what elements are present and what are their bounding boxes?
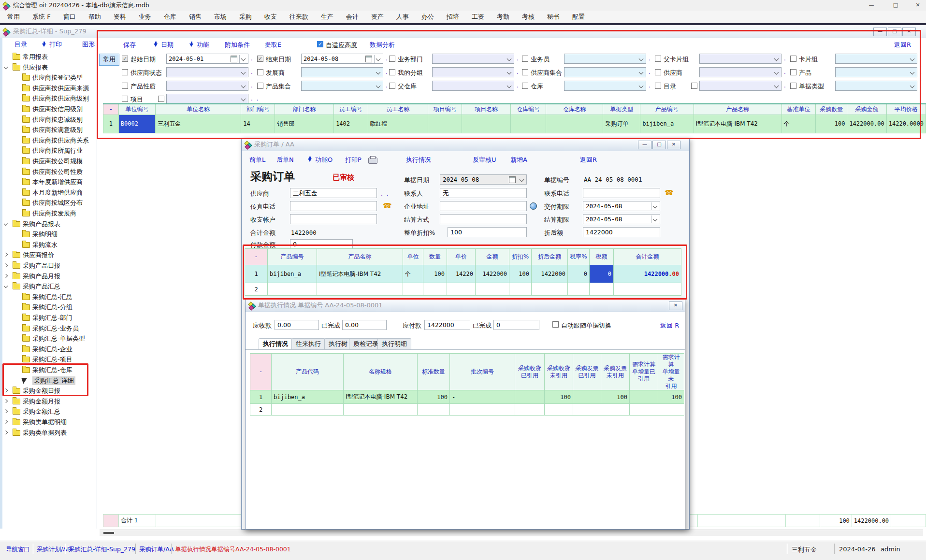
prev-doc-button[interactable]: 前单L — [249, 156, 265, 164]
address-field[interactable] — [440, 201, 527, 211]
chevron-down-icon[interactable] — [4, 284, 8, 288]
tree-item[interactable]: 供应商按忠诚级别 — [0, 114, 96, 125]
menu-item[interactable]: 秘书 — [541, 13, 566, 21]
statusbar-item[interactable]: 采购汇总-详细-Sup_279 — [69, 546, 135, 554]
column-header[interactable]: 采购收货 未引用 — [545, 354, 573, 390]
contact-field[interactable]: 无 — [440, 188, 527, 198]
tree-item[interactable]: 采购产品报表 — [0, 218, 96, 229]
tree-item[interactable]: 常用报表 — [0, 51, 96, 62]
grid-cell[interactable] — [344, 404, 418, 416]
grid-cell[interactable] — [658, 404, 684, 416]
tree-item[interactable]: 供应商按公司规模 — [0, 156, 96, 166]
discount-field[interactable]: 100 — [448, 227, 527, 237]
tree-item[interactable]: 采购产品汇总 — [0, 281, 96, 291]
statusbar-item[interactable]: 采购订单/AA — [139, 546, 174, 554]
chevron-right-icon[interactable] — [4, 399, 8, 403]
tree-item[interactable]: 采购产品日报 — [0, 260, 96, 271]
menu-item[interactable]: 帮助 — [82, 13, 107, 21]
tab-item[interactable]: 往来执行 — [291, 338, 325, 350]
graph-button[interactable]: 图形 — [82, 40, 95, 49]
grid-cell[interactable] — [450, 404, 515, 416]
order-return-button[interactable]: 返回R — [580, 156, 597, 164]
column-header[interactable]: 采购发票 已引用 — [573, 354, 601, 390]
chevron-down-icon[interactable] — [4, 221, 8, 225]
fax-field[interactable] — [290, 201, 377, 211]
menu-item[interactable]: 常用 — [1, 13, 26, 21]
menu-item[interactable]: 市场 — [208, 13, 233, 21]
chevron-down-icon[interactable] — [520, 177, 524, 182]
grid-cell[interactable] — [272, 404, 344, 416]
grid-cell[interactable] — [630, 390, 658, 404]
execution-status-button[interactable]: 执行情况 — [406, 156, 431, 164]
grid-cell[interactable]: - — [450, 390, 515, 404]
tree-item[interactable]: 采购汇总-企业 — [0, 344, 96, 354]
menu-item[interactable]: 会计 — [340, 13, 365, 21]
tree-item[interactable]: 本年度新增供应商 — [0, 176, 96, 187]
chevron-right-icon[interactable] — [4, 430, 8, 434]
grid-cell[interactable] — [515, 404, 545, 416]
tree-item[interactable]: 采购汇总-业务员 — [0, 323, 96, 333]
tree-item[interactable]: 采购金额汇总 — [0, 406, 96, 416]
statusbar-item[interactable]: 导航窗口 — [6, 546, 30, 554]
menu-item[interactable]: 窗口 — [57, 13, 82, 21]
maximize-icon[interactable]: □ — [888, 1, 903, 9]
chevron-right-icon[interactable] — [4, 273, 8, 277]
unaudit-button[interactable]: 反审核U — [473, 156, 496, 164]
tree-item[interactable]: 供应商按供应商关系 — [0, 135, 96, 145]
done-field[interactable]: 0.00 — [342, 320, 387, 330]
chevron-right-icon[interactable] — [4, 263, 8, 267]
tree-item[interactable]: 采购汇总-部门 — [0, 312, 96, 323]
horizontal-scrollbar[interactable] — [100, 530, 923, 536]
column-header[interactable]: 标准数量 — [418, 354, 450, 390]
tree-item[interactable]: 采购金额月报 — [0, 396, 96, 406]
grid-cell[interactable]: 2 — [250, 404, 272, 416]
grid-cell[interactable] — [601, 404, 630, 416]
tree-item[interactable]: 供应商按登记类型 — [0, 72, 96, 83]
column-header[interactable]: 批次编号 — [450, 354, 515, 390]
column-header[interactable]: 需求计算 单增量未 引用 — [658, 354, 684, 390]
column-header[interactable]: 采购发票 未引用 — [601, 354, 630, 390]
grid-cell[interactable]: 1 — [250, 390, 272, 404]
tree-item[interactable]: 采购流水 — [0, 239, 96, 250]
menu-item[interactable]: 人事 — [390, 13, 415, 21]
order-minimize-button[interactable]: — — [638, 141, 651, 149]
tree-item[interactable]: 采购汇总-汇总 — [0, 291, 96, 302]
tree-item[interactable]: 供应商报价 — [0, 249, 96, 260]
menu-item[interactable]: 招培 — [440, 13, 465, 21]
grid-cell[interactable] — [515, 390, 545, 404]
menu-item[interactable]: 收支 — [258, 13, 283, 21]
menu-item[interactable]: 生产 — [315, 13, 340, 21]
menu-item[interactable]: 仓库 — [158, 13, 183, 21]
tree-item[interactable]: 供应商按公司性质 — [0, 166, 96, 177]
menu-item[interactable]: 配置 — [566, 13, 591, 21]
statusbar-item-active[interactable]: 单据执行情况单据编号AA-24-05-08-0001 — [175, 546, 291, 554]
account-field[interactable] — [290, 214, 377, 224]
grid-cell[interactable]: 100 — [601, 390, 630, 404]
order-maximize-button[interactable]: □ — [652, 141, 666, 149]
menu-item[interactable]: 资产 — [365, 13, 390, 21]
after-discount-field[interactable]: 1422000 — [583, 227, 660, 237]
doc-date-field[interactable]: 2024-05-08 — [440, 174, 527, 185]
tree-item[interactable]: 供应商按发展商 — [0, 208, 96, 218]
tree-item[interactable]: 供应商按供应商来源 — [0, 83, 96, 93]
order-function-button[interactable]: 功能O — [315, 156, 333, 164]
tree-item[interactable]: 采购汇总-单据类型 — [0, 333, 96, 344]
phone-field[interactable] — [583, 188, 660, 198]
column-header[interactable]: 产品代码 — [272, 354, 344, 390]
tree-item[interactable]: 供应商按满意级别 — [0, 124, 96, 135]
exec-close-button[interactable]: ✕ — [669, 302, 682, 310]
tree-item[interactable]: 供应商按城区分布 — [0, 197, 96, 208]
catalog-button[interactable]: 目录 — [14, 40, 27, 49]
grid-cell[interactable]: 100 — [658, 390, 684, 404]
tree-item[interactable]: 采购类单据明细 — [0, 416, 96, 427]
settle-due-field[interactable]: 2024-05-08 — [583, 214, 660, 224]
delivery-due-field[interactable]: 2024-05-08 — [583, 201, 660, 211]
chevron-down-icon[interactable] — [653, 204, 658, 209]
scrollbar-thumb[interactable] — [103, 532, 114, 534]
order-close-button[interactable]: ✕ — [667, 141, 680, 149]
menu-item[interactable]: 往来款 — [283, 13, 315, 21]
tab-item[interactable]: 执行明细 — [377, 338, 411, 350]
grid-cell[interactable]: bijiben_a — [272, 390, 344, 404]
menu-item[interactable]: 工资 — [465, 13, 491, 21]
supplier-more-button[interactable]: . . — [381, 190, 389, 197]
